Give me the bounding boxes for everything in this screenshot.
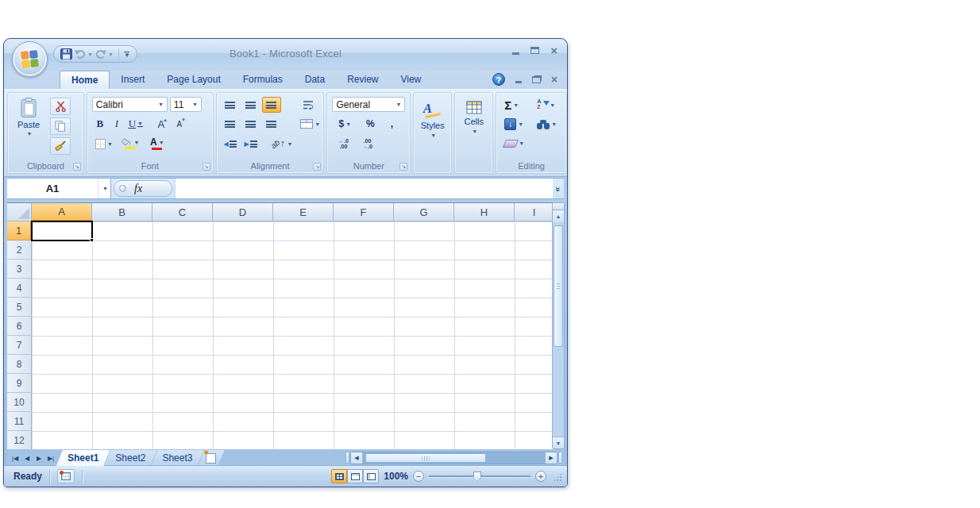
tab-home[interactable]: Home [60,71,110,89]
column-header-B[interactable]: B [92,203,152,221]
zoom-level[interactable]: 100% [384,471,408,482]
horizontal-split-handle[interactable] [345,452,349,464]
align-left-button[interactable] [221,116,240,132]
formula-input[interactable] [175,179,553,198]
grow-font-button[interactable]: A▲ [152,116,170,132]
borders-button[interactable]: ▼ [92,136,116,152]
column-header-C[interactable]: C [152,203,213,221]
accounting-format-button[interactable]: $ ▼ [332,116,357,132]
undo-button[interactable]: ▼ [75,49,93,59]
zoom-slider-thumb[interactable] [473,471,481,481]
merge-center-button[interactable]: ▼ [299,116,322,132]
borders-dropdown-arrow-icon[interactable]: ▼ [107,141,113,147]
scroll-up-button[interactable]: ▲ [553,210,564,222]
column-header-I[interactable]: I [515,203,554,221]
save-button[interactable] [60,48,72,60]
font-size-select[interactable]: 11 ▼ [170,97,202,112]
resize-grip[interactable] [553,472,562,482]
italic-button[interactable]: I [109,116,125,132]
row-header-7[interactable]: 7 [7,336,32,355]
copy-button[interactable] [50,117,71,135]
font-dialog-launcher[interactable]: ↘ [203,163,210,171]
percent-style-button[interactable]: % [359,116,381,132]
align-right-button[interactable] [262,116,281,132]
sheet-tab-sheet3[interactable]: Sheet3 [151,450,203,466]
row-header-1[interactable]: 1 [7,221,32,241]
column-header-G[interactable]: G [394,203,454,221]
redo-button[interactable]: ▼ [95,49,114,59]
merge-center-dropdown-arrow-icon[interactable]: ▼ [314,121,320,127]
accounting-dropdown-arrow-icon[interactable]: ▼ [345,121,351,127]
autosum-dropdown-arrow-icon[interactable]: ▼ [513,102,519,108]
insert-function-button[interactable]: fx [114,180,172,197]
tab-page-layout[interactable]: Page Layout [156,71,231,89]
workbook-minimize-button[interactable] [515,81,522,83]
cut-button[interactable] [50,98,71,115]
vertical-split-handle[interactable] [553,203,564,210]
font-color-dropdown-arrow-icon[interactable]: ▼ [159,138,164,147]
fill-button[interactable]: ↓ ▼ [502,116,527,133]
cells-button[interactable]: Cells ▼ [457,96,490,170]
column-header-A[interactable]: A [32,203,92,221]
redo-dropdown-arrow-icon[interactable]: ▼ [108,52,114,57]
vertical-scrollbar-thumb[interactable] [554,225,563,347]
select-all-button[interactable] [7,203,32,221]
orientation-dropdown-arrow-icon[interactable]: ▼ [287,141,292,147]
decrease-decimal-button[interactable]: .00 →.0 [356,136,378,152]
row-header-6[interactable]: 6 [7,317,32,336]
zoom-in-button[interactable]: + [535,471,546,482]
font-color-button[interactable]: A ▼ [145,136,170,152]
bold-button[interactable]: B [92,116,108,132]
sort-filter-button[interactable]: A Z ▼ [534,97,559,114]
name-box[interactable]: A1 ▼ [7,179,111,198]
top-align-button[interactable] [221,97,240,113]
increase-decimal-button[interactable]: ←←.0.0 .00 [332,136,354,152]
fill-color-button[interactable]: ▼ [118,136,143,152]
normal-view-button[interactable] [331,469,347,483]
workbook-close-button[interactable]: × [551,73,558,86]
sheet-tab-sheet1[interactable]: Sheet1 [56,450,110,466]
orientation-button[interactable]: ab ↗ ▼ [268,136,295,152]
bottom-align-button[interactable] [262,97,281,113]
row-header-2[interactable]: 2 [7,241,32,260]
close-button[interactable]: × [550,45,558,56]
find-select-dropdown-arrow-icon[interactable]: ▼ [551,121,557,127]
tab-insert[interactable]: Insert [110,71,156,89]
clipboard-dialog-launcher[interactable]: ↘ [73,163,81,171]
fill-handle[interactable] [90,238,94,242]
find-select-button[interactable]: ▼ [534,116,559,133]
fill-color-dropdown-arrow-icon[interactable]: ▼ [133,140,139,145]
number-format-select[interactable]: General ▼ [332,97,405,112]
fill-dropdown-arrow-icon[interactable]: ▼ [518,121,523,127]
alignment-dialog-launcher[interactable]: ↘ [313,163,321,171]
zoom-out-button[interactable]: − [413,471,424,482]
tab-formulas[interactable]: Formulas [232,71,294,89]
underline-button[interactable]: U ▼ [125,116,146,132]
page-break-view-button[interactable] [363,469,379,483]
first-sheet-button[interactable]: |◀ [10,452,21,464]
shrink-font-button[interactable]: A▼ [171,116,188,132]
tab-view[interactable]: View [389,71,432,89]
tab-review[interactable]: Review [336,71,389,89]
row-header-12[interactable]: 12 [7,431,32,449]
sort-filter-dropdown-arrow-icon[interactable]: ▼ [550,102,555,108]
column-header-E[interactable]: E [273,203,334,221]
paste-button[interactable]: Paste ▼ [12,97,45,159]
last-sheet-button[interactable]: ▶| [45,452,56,464]
previous-sheet-button[interactable]: ◀ [21,452,33,464]
row-header-11[interactable]: 11 [7,412,32,431]
comma-style-button[interactable]: , [383,116,400,132]
record-macro-button[interactable] [57,469,75,483]
page-layout-view-button[interactable] [347,469,363,483]
decrease-indent-button[interactable]: ◀ [221,136,240,152]
styles-button[interactable]: A Styles ▼ [416,96,449,170]
maximize-button[interactable] [531,47,539,54]
scroll-left-button[interactable]: ◀ [351,452,363,464]
next-sheet-button[interactable]: ▶ [33,452,44,464]
selected-cell-A1[interactable] [31,221,93,241]
wrap-text-button[interactable] [299,97,318,113]
row-header-5[interactable]: 5 [7,298,32,317]
row-header-3[interactable]: 3 [7,260,32,279]
middle-align-button[interactable] [241,97,260,113]
number-dialog-launcher[interactable]: ↘ [399,163,407,171]
